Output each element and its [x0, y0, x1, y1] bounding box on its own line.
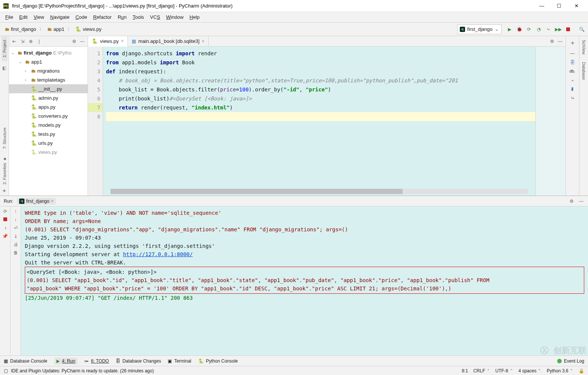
database-tool-tab[interactable]: Database	[581, 58, 587, 84]
menu-file[interactable]: File	[2, 13, 16, 22]
up-icon[interactable]: ↑	[15, 209, 17, 214]
favorites-tool-tab[interactable]: 2: Favorites★	[1, 153, 8, 188]
line-separator[interactable]: CRLF ⌃	[473, 368, 490, 373]
locate-icon[interactable]: ⊕	[28, 38, 34, 44]
minimize-icon[interactable]: —	[79, 38, 85, 44]
concurrency-button[interactable]: ⤷	[545, 26, 552, 33]
database-changes-tab[interactable]: 🗄 Database Changes	[116, 358, 161, 364]
database-icon[interactable]: 🗄	[570, 60, 575, 65]
menu-help[interactable]: Help	[186, 13, 203, 22]
run-tab[interactable]: ▶ 4: Run	[54, 358, 77, 364]
print-icon[interactable]: 🖨	[14, 242, 18, 247]
run-toolbar-primary: ⟳ ⫞ 📌	[0, 206, 11, 355]
tree-file[interactable]: 🐍apps.py	[9, 102, 88, 111]
folder-icon[interactable]: ▮	[571, 86, 574, 91]
refresh-icon[interactable]: ⤿	[571, 95, 574, 100]
menu-edit[interactable]: Edit	[16, 13, 30, 22]
menu-navigate[interactable]: Navigate	[47, 13, 72, 22]
editor-tab[interactable]: ▦ main.app1_book [db.sqlite3] ×	[128, 36, 209, 47]
cursor-position[interactable]: 8:1	[462, 368, 468, 373]
tree-root[interactable]: ⌄ 🖿 first_django E:\Pytho	[9, 48, 88, 57]
tree-file[interactable]: 🐍views.py	[9, 147, 88, 156]
collapse-icon[interactable]: —	[570, 51, 575, 56]
indent-setting[interactable]: 4 spaces ⌃	[518, 368, 541, 373]
chevron-down-icon[interactable]: ⌄	[571, 77, 574, 82]
maximize-button[interactable]: ☐	[550, 1, 568, 11]
todo-tab[interactable]: ≔ 6: TODO	[84, 358, 109, 364]
chevron-down-icon[interactable]: ⌄	[11, 51, 16, 55]
chevron-right-icon[interactable]: ›	[25, 69, 29, 73]
tree-folder[interactable]: › 🖿 migrations	[9, 66, 88, 75]
tree-file[interactable]: 🐍admin.py	[9, 93, 88, 102]
close-tab-icon[interactable]: ×	[202, 39, 205, 44]
close-icon[interactable]: ×	[51, 199, 53, 204]
server-url-link[interactable]: http://127.0.0.1:8000/	[123, 251, 192, 257]
tree-file[interactable]: 🐍models.py	[9, 120, 88, 129]
search-everywhere-button[interactable]: 🔍	[578, 26, 585, 33]
tree-file[interactable]: 🐍urls.py	[9, 138, 88, 147]
down-icon[interactable]: ↓	[15, 217, 17, 222]
add-icon[interactable]: ＋	[570, 39, 576, 47]
run-configuration-selector[interactable]: dj first_django ⌄	[457, 24, 502, 34]
stop-button[interactable]	[3, 217, 7, 222]
menu-view[interactable]: View	[30, 13, 47, 22]
expand-icon[interactable]: ⇲	[20, 38, 26, 44]
tree-file[interactable]: 🐍 __init__.py	[9, 84, 88, 93]
gear-icon[interactable]: ⚙	[549, 38, 555, 44]
project-tool-tab[interactable]: 1: Project	[2, 36, 8, 61]
editor-minimap[interactable]	[535, 47, 565, 196]
stop-button[interactable]	[565, 26, 571, 33]
minimize-icon[interactable]: —	[557, 38, 563, 44]
menu-tools[interactable]: Tools	[130, 13, 147, 22]
layout-icon[interactable]: ⫞	[4, 225, 6, 231]
pin-icon[interactable]: 📌	[2, 234, 8, 239]
python-console-tab[interactable]: 🐍 Python Console	[198, 358, 238, 364]
sciview-tool-tab[interactable]: SciView	[581, 36, 587, 58]
minimize-button[interactable]: —	[533, 1, 550, 11]
tree-folder[interactable]: ⌄ 🖿 app1	[9, 57, 88, 66]
lock-icon[interactable]: 🔒	[579, 368, 584, 373]
back-icon[interactable]: ⇤	[11, 38, 17, 44]
debug-button[interactable]: 🐞	[516, 26, 523, 33]
scroll-end-icon[interactable]: ⤓	[14, 234, 18, 239]
tree-file[interactable]: 🐍converters.py	[9, 111, 88, 120]
database-console-tab[interactable]: ▦ Database Console	[4, 358, 47, 364]
trash-icon[interactable]: 🗑	[14, 250, 18, 255]
run-console[interactable]: WHERE type in ('table', 'view') AND NOT …	[21, 206, 588, 355]
chevron-right-icon[interactable]: ›	[25, 78, 29, 82]
gear-icon[interactable]: ⚙	[71, 38, 77, 44]
python-interpreter[interactable]: Python 3.6 ⌃	[547, 368, 573, 373]
code-editor[interactable]: 12345678 from django.shortcuts import re…	[88, 47, 565, 196]
terminal-tab[interactable]: ▣ Terminal	[168, 358, 191, 364]
horizontal-scrollbar[interactable]	[111, 189, 528, 194]
soft-wrap-icon[interactable]: ⏎	[14, 225, 18, 231]
tree-folder[interactable]: › 🖿 templatetags	[9, 75, 88, 84]
gear-icon[interactable]: ⚙	[568, 198, 574, 204]
bookmark-icon[interactable]: ◧	[2, 65, 6, 71]
breadcrumb-item[interactable]: 🖿first_django	[3, 26, 38, 33]
event-log-tab[interactable]: Event Log	[557, 358, 584, 364]
breadcrumb-item[interactable]: 🐍views.py	[74, 26, 103, 33]
file-encoding[interactable]: UTF-8 ⌃	[496, 368, 513, 373]
menu-run[interactable]: Run	[115, 13, 130, 22]
structure-tool-tab[interactable]: 7: Structure	[2, 124, 8, 153]
coverage-button[interactable]: ⟳	[526, 26, 532, 33]
editor-tab[interactable]: 🐍 views.py ×	[88, 36, 128, 47]
menu-refactor[interactable]: Refactor	[90, 13, 115, 22]
menu-vcs[interactable]: VCS	[147, 13, 163, 22]
menu-window[interactable]: Window	[163, 13, 186, 22]
chevron-down-icon[interactable]: ⌄	[19, 60, 23, 64]
profile-button[interactable]: ◔	[535, 26, 542, 33]
run-config-tab[interactable]: dj first_django ×	[17, 198, 56, 205]
close-button[interactable]: ✕	[568, 1, 585, 11]
project-tree[interactable]: ⌄ 🖿 first_django E:\Pytho ⌄ 🖿 app1 › 🖿 m…	[9, 47, 88, 196]
menu-code[interactable]: Code	[73, 13, 90, 22]
minimize-icon[interactable]: —	[578, 198, 584, 204]
rerun-button[interactable]: ⟳	[3, 209, 7, 214]
breadcrumb-item[interactable]: 🖿app1	[45, 26, 66, 33]
status-icon[interactable]: ▢	[4, 368, 8, 373]
close-tab-icon[interactable]: ×	[121, 38, 124, 44]
tree-file[interactable]: 🐍tests.py	[9, 129, 88, 138]
run-anything-button[interactable]: ▶▶	[555, 26, 562, 33]
run-button[interactable]: ▶	[506, 26, 513, 33]
